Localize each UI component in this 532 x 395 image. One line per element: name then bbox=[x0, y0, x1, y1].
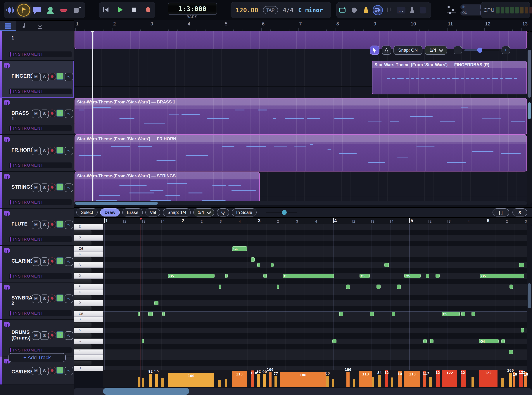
black-key[interactable] bbox=[74, 296, 91, 300]
white-key-E[interactable]: E bbox=[74, 224, 103, 230]
download-tab[interactable] bbox=[32, 21, 48, 31]
midi-note[interactable] bbox=[397, 285, 401, 289]
zoom-in-button[interactable]: + bbox=[502, 46, 510, 55]
midi-input-knob[interactable]: ♪ bbox=[56, 258, 63, 264]
white-key-C6[interactable]: C6 bbox=[74, 246, 103, 252]
mute-button[interactable]: M bbox=[32, 147, 40, 155]
black-key[interactable] bbox=[74, 230, 91, 235]
midi-note[interactable] bbox=[436, 274, 440, 278]
midi-input-knob[interactable]: ♪ bbox=[56, 183, 63, 191]
midi-input-knob[interactable]: ♪ bbox=[56, 73, 63, 80]
midi-note[interactable] bbox=[148, 312, 153, 316]
record-arm-knob[interactable] bbox=[48, 258, 56, 265]
white-key-B[interactable]: B bbox=[74, 317, 103, 322]
mute-button[interactable]: M bbox=[32, 73, 40, 81]
midi-note[interactable] bbox=[501, 339, 505, 344]
white-key-D[interactable]: D bbox=[74, 235, 103, 241]
track-row-1[interactable]: 1INSTRUMENT bbox=[0, 31, 74, 61]
midi-note[interactable] bbox=[138, 312, 140, 316]
white-key-B[interactable]: B bbox=[74, 252, 103, 257]
pr-tool-q[interactable]: Q bbox=[217, 208, 229, 216]
midi-note[interactable] bbox=[339, 312, 343, 316]
loop-brackets-button[interactable]: [ ] bbox=[493, 208, 509, 216]
midi-note[interactable] bbox=[162, 312, 165, 316]
velocity-bar[interactable] bbox=[218, 380, 221, 387]
flag-icon[interactable] bbox=[17, 2, 30, 18]
track-name[interactable]: STRINGS bbox=[11, 184, 32, 190]
white-key-E[interactable]: E bbox=[74, 355, 103, 360]
instrument-slot[interactable]: INSTRUMENT bbox=[9, 88, 72, 94]
track-row-strings[interactable]: STRINGSMS♪∿INSTRUMENT bbox=[0, 172, 74, 208]
arrange-vscrollbar-thumb[interactable] bbox=[527, 50, 531, 98]
midi-note[interactable] bbox=[423, 339, 427, 344]
pianoroll-hscrollbar-thumb[interactable] bbox=[103, 388, 189, 395]
midi-note[interactable] bbox=[430, 339, 433, 344]
mute-button[interactable]: M bbox=[32, 110, 40, 118]
solo-button[interactable]: S bbox=[40, 295, 49, 303]
black-key[interactable] bbox=[74, 279, 91, 284]
go-to-start-button[interactable] bbox=[103, 7, 109, 14]
pianoroll-vscrollbar-thumb[interactable] bbox=[527, 283, 531, 308]
zoom-slider[interactable] bbox=[464, 49, 499, 51]
track-name[interactable]: CLARINET bbox=[11, 258, 32, 264]
velocity-bar[interactable] bbox=[372, 377, 374, 387]
mute-button[interactable]: M bbox=[32, 258, 40, 266]
midi-note[interactable] bbox=[142, 339, 144, 344]
velocity-lane[interactable]: 9295100113118929010677106801061138412101… bbox=[103, 370, 527, 387]
instrument-slot[interactable]: INSTRUMENT bbox=[9, 51, 72, 57]
velocity-bar[interactable] bbox=[257, 374, 260, 387]
track-row-synbrass-2[interactable]: SYNBRASS 2MS♪∿INSTRUMENT bbox=[0, 283, 74, 320]
velocity-bar[interactable] bbox=[332, 379, 334, 387]
instrument-slot[interactable]: INSTRUMENT bbox=[9, 347, 72, 353]
record-arm-knob[interactable] bbox=[48, 183, 56, 191]
velocity-bar[interactable] bbox=[501, 378, 504, 387]
record-arm-knob[interactable] bbox=[48, 73, 56, 80]
grid-size-dropdown[interactable]: 1/4 bbox=[425, 45, 447, 55]
loop-icon[interactable] bbox=[337, 2, 348, 18]
lips-icon[interactable] bbox=[57, 2, 70, 18]
timeline-ruler[interactable]: 12345678910111213 bbox=[74, 20, 532, 32]
solo-button[interactable]: S bbox=[40, 73, 49, 81]
midi-note[interactable]: C6 bbox=[232, 246, 247, 251]
snap-toggle-button[interactable]: Snap: ON bbox=[393, 45, 422, 55]
midi-input-knob[interactable]: ♪ bbox=[56, 331, 63, 338]
record-arm-knob[interactable] bbox=[48, 367, 56, 374]
mute-button[interactable]: M bbox=[32, 331, 40, 340]
split-tool-button[interactable] bbox=[382, 45, 391, 55]
more-icon[interactable]: ... bbox=[395, 2, 407, 18]
instrument-slot[interactable]: INSTRUMENT bbox=[9, 125, 72, 131]
automation-button[interactable]: ∿ bbox=[65, 73, 73, 81]
automation-button[interactable]: ∿ bbox=[65, 183, 73, 192]
velocity-bar[interactable] bbox=[225, 379, 227, 387]
pr-tool-vel[interactable]: Vel bbox=[145, 208, 160, 216]
instrument-slot[interactable]: INSTRUMENT bbox=[9, 273, 72, 279]
velocity-bar[interactable] bbox=[263, 374, 266, 387]
white-key-D[interactable]: D bbox=[74, 300, 103, 306]
midi-note[interactable] bbox=[471, 312, 475, 316]
pianoroll-ruler[interactable]: 12342234323442345234623 bbox=[74, 218, 532, 225]
track-name[interactable]: SYNBRASS 2 bbox=[11, 295, 32, 306]
solo-button[interactable]: S bbox=[40, 331, 49, 340]
mute-button[interactable]: M bbox=[32, 295, 40, 303]
midi-note[interactable]: G5 bbox=[283, 274, 334, 278]
solo-button[interactable]: S bbox=[40, 110, 49, 118]
mute-button[interactable]: M bbox=[32, 367, 40, 375]
black-key[interactable] bbox=[74, 257, 91, 262]
midi-note[interactable] bbox=[510, 285, 513, 289]
count-in-icon[interactable] bbox=[372, 2, 384, 18]
midi-note[interactable] bbox=[426, 274, 429, 278]
tap-tempo-button[interactable]: TAP bbox=[263, 6, 278, 14]
record-button[interactable] bbox=[145, 7, 151, 14]
pr-tool-draw[interactable]: Draw bbox=[100, 208, 120, 216]
close-pianoroll-button[interactable]: X bbox=[512, 208, 527, 216]
white-key-A[interactable]: A bbox=[74, 328, 103, 333]
waveform-icon[interactable] bbox=[4, 2, 17, 18]
arrangement-area[interactable]: Star-Wars-Theme-(From-'Star-Wars') — FIN… bbox=[74, 31, 527, 205]
velocity-bar[interactable] bbox=[353, 379, 355, 387]
add-track-button[interactable]: + Add Track bbox=[8, 353, 66, 362]
midi-input-knob[interactable]: ♪ bbox=[56, 110, 63, 116]
midi-note[interactable] bbox=[509, 350, 513, 354]
piano-keys[interactable]: EDC6BAGFEDC5BAGFED bbox=[74, 224, 103, 371]
tracks-tab[interactable] bbox=[0, 21, 16, 31]
automation-button[interactable]: ∿ bbox=[65, 367, 73, 375]
